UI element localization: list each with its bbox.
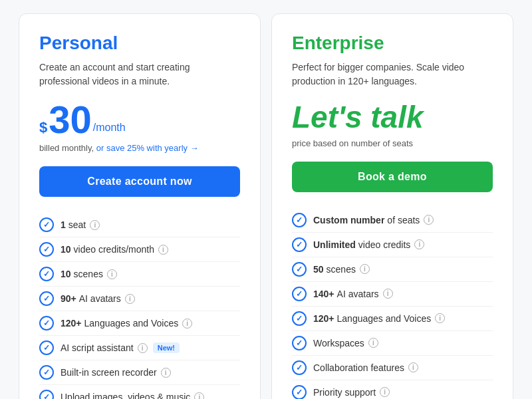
- info-icon[interactable]: i: [182, 319, 192, 329]
- list-item: ✓ 1 seat i: [39, 213, 240, 237]
- personal-price-period: /month: [93, 122, 126, 134]
- list-item: ✓ 120+ Languages and Voices i: [292, 307, 493, 331]
- feature-bold: 120+: [61, 318, 82, 329]
- list-item: ✓ Custom number of seats i: [292, 208, 493, 233]
- feature-text: Collaboration features i: [313, 362, 493, 373]
- check-icon: ✓: [39, 291, 54, 306]
- feature-bold: 10: [61, 269, 71, 279]
- enterprise-price-note: price based on number of seats: [292, 138, 493, 148]
- personal-billing-text: billed monthly, or save 25% with yearly …: [39, 143, 240, 153]
- feature-text: 50 scenes i: [313, 264, 493, 275]
- plans-container: Personal Create an account and start cre…: [13, 13, 519, 399]
- check-icon: ✓: [292, 336, 307, 350]
- enterprise-features-list: ✓ Custom number of seats i ✓ Unlimited v…: [292, 208, 493, 399]
- feature-text: Upload images, videos & music i: [61, 392, 240, 399]
- list-item: ✓ Unlimited video credits i: [292, 233, 493, 257]
- info-icon[interactable]: i: [194, 392, 204, 400]
- list-item: ✓ 140+ AI avatars i: [292, 282, 493, 307]
- check-icon: ✓: [39, 267, 54, 281]
- feature-bold: 140+: [313, 289, 334, 299]
- feature-text: Built-in screen recorder i: [61, 367, 240, 378]
- personal-plan-title: Personal: [39, 33, 240, 54]
- feature-text: 10 video credits/month i: [61, 244, 240, 255]
- list-item: ✓ 10 video credits/month i: [39, 237, 240, 262]
- check-icon: ✓: [39, 316, 54, 331]
- feature-text: 120+ Languages and Voices i: [61, 318, 240, 329]
- info-icon[interactable]: i: [138, 343, 148, 353]
- check-icon: ✓: [39, 217, 54, 232]
- check-icon: ✓: [39, 365, 54, 380]
- feature-text: 90+ AI avatars i: [61, 293, 240, 304]
- info-icon[interactable]: i: [380, 387, 390, 397]
- info-icon[interactable]: i: [107, 269, 117, 279]
- feature-bold: Custom number: [313, 215, 384, 225]
- check-icon: ✓: [292, 237, 307, 252]
- check-icon: ✓: [292, 213, 307, 227]
- list-item: ✓ 120+ Languages and Voices i: [39, 311, 240, 336]
- enterprise-price-block: Let's talk: [292, 100, 493, 134]
- enterprise-cta-button[interactable]: Book a demo: [292, 162, 493, 192]
- check-icon: ✓: [292, 385, 307, 399]
- info-icon[interactable]: i: [158, 245, 168, 255]
- feature-text: 140+ AI avatars i: [313, 289, 493, 299]
- enterprise-lets-talk: Let's talk: [292, 100, 493, 134]
- personal-cta-button[interactable]: Create account now: [39, 166, 240, 197]
- personal-features-list: ✓ 1 seat i ✓ 10 video credits/month i ✓ …: [39, 213, 240, 399]
- list-item: ✓ 10 scenes i: [39, 262, 240, 287]
- feature-text: 120+ Languages and Voices i: [313, 313, 493, 324]
- list-item: ✓ Built-in screen recorder i: [39, 360, 240, 385]
- info-icon[interactable]: i: [161, 368, 171, 378]
- check-icon: ✓: [292, 360, 307, 375]
- enterprise-plan-description: Perfect for bigger companies. Scale vide…: [292, 61, 493, 88]
- personal-price-main: $ 30 /month: [39, 100, 240, 139]
- personal-plan-card: Personal Create an account and start cre…: [19, 13, 261, 399]
- check-icon: ✓: [292, 311, 307, 326]
- personal-price-dollar: $: [39, 116, 47, 139]
- feature-text: Unlimited video credits i: [313, 239, 493, 250]
- info-icon[interactable]: i: [435, 313, 445, 323]
- list-item: ✓ Collaboration features i: [292, 356, 493, 380]
- info-icon[interactable]: i: [383, 289, 393, 299]
- info-icon[interactable]: i: [90, 220, 100, 230]
- feature-text: AI script assistant i New!: [61, 342, 240, 353]
- list-item: ✓ AI script assistant i New!: [39, 336, 240, 360]
- feature-text: 10 scenes i: [61, 269, 240, 279]
- info-icon[interactable]: i: [424, 215, 434, 225]
- list-item: ✓ 90+ AI avatars i: [39, 287, 240, 311]
- check-icon: ✓: [39, 390, 54, 399]
- info-icon[interactable]: i: [408, 362, 418, 372]
- info-icon[interactable]: i: [414, 239, 424, 249]
- personal-price-block: $ 30 /month: [39, 100, 240, 139]
- personal-yearly-link[interactable]: or save 25% with yearly →: [96, 143, 199, 153]
- feature-bold: 90+: [61, 293, 76, 304]
- personal-price-number: 30: [49, 100, 92, 139]
- check-icon: ✓: [292, 262, 307, 277]
- list-item: ✓ Priority support i: [292, 380, 493, 399]
- feature-bold: 1: [61, 219, 66, 230]
- feature-text: Workspaces i: [313, 338, 493, 348]
- feature-text: Priority support i: [313, 387, 493, 398]
- enterprise-plan-card: Enterprise Perfect for bigger companies.…: [271, 13, 513, 399]
- feature-text: Custom number of seats i: [313, 215, 493, 225]
- feature-bold: 10: [61, 244, 71, 255]
- info-icon[interactable]: i: [125, 294, 135, 304]
- feature-text: 1 seat i: [61, 219, 240, 230]
- list-item: ✓ Upload images, videos & music i: [39, 385, 240, 399]
- feature-bold: Unlimited: [313, 239, 356, 250]
- check-icon: ✓: [39, 242, 54, 257]
- feature-bold: 50: [313, 264, 324, 275]
- check-icon: ✓: [292, 287, 307, 301]
- new-badge: New!: [153, 342, 180, 353]
- info-icon[interactable]: i: [368, 338, 378, 348]
- personal-plan-description: Create an account and start creating pro…: [39, 61, 240, 88]
- check-icon: ✓: [39, 340, 54, 355]
- list-item: ✓ 50 scenes i: [292, 257, 493, 282]
- enterprise-plan-title: Enterprise: [292, 33, 493, 54]
- list-item: ✓ Workspaces i: [292, 331, 493, 356]
- feature-bold: 120+: [313, 313, 334, 324]
- info-icon[interactable]: i: [360, 264, 370, 274]
